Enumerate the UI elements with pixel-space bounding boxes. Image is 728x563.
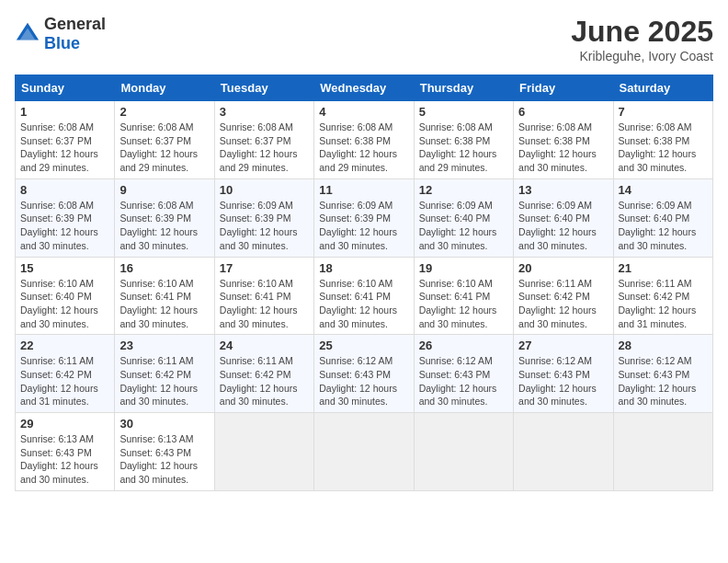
table-row: 16 Sunrise: 6:10 AM Sunset: 6:41 PM Dayl…	[115, 257, 214, 335]
day-info: Sunrise: 6:09 AM Sunset: 6:39 PM Dayligh…	[220, 199, 309, 253]
day-info: Sunrise: 6:08 AM Sunset: 6:37 PM Dayligh…	[119, 121, 209, 175]
day-number: 4	[319, 105, 408, 119]
day-info: Sunrise: 6:08 AM Sunset: 6:38 PM Dayligh…	[518, 121, 608, 175]
day-info: Sunrise: 6:10 AM Sunset: 6:41 PM Dayligh…	[319, 277, 408, 331]
col-header-monday: Monday	[115, 75, 214, 101]
col-header-saturday: Saturday	[613, 75, 712, 101]
day-number: 26	[419, 339, 508, 352]
title-block: June 2025 Kribleguhe, Ivory Coast	[571, 15, 713, 63]
day-info: Sunrise: 6:12 AM Sunset: 6:43 PM Dayligh…	[518, 354, 608, 408]
day-number: 21	[619, 261, 708, 275]
table-row: 15 Sunrise: 6:10 AM Sunset: 6:40 PM Dayl…	[16, 257, 115, 335]
day-info: Sunrise: 6:13 AM Sunset: 6:43 PM Dayligh…	[20, 432, 109, 487]
col-header-wednesday: Wednesday	[314, 75, 414, 101]
table-row: 30 Sunrise: 6:13 AM Sunset: 6:43 PM Dayl…	[115, 413, 214, 491]
day-info: Sunrise: 6:09 AM Sunset: 6:39 PM Dayligh…	[319, 199, 408, 253]
day-info: Sunrise: 6:08 AM Sunset: 6:38 PM Dayligh…	[619, 121, 708, 175]
table-row: 23 Sunrise: 6:11 AM Sunset: 6:42 PM Dayl…	[115, 335, 214, 413]
calendar-title: June 2025	[571, 15, 713, 49]
day-number: 27	[518, 339, 608, 352]
table-row: 26 Sunrise: 6:12 AM Sunset: 6:43 PM Dayl…	[414, 335, 513, 413]
day-number: 5	[419, 105, 508, 119]
day-info: Sunrise: 6:12 AM Sunset: 6:43 PM Dayligh…	[619, 354, 708, 408]
day-info: Sunrise: 6:08 AM Sunset: 6:39 PM Dayligh…	[119, 199, 209, 253]
table-row: 4 Sunrise: 6:08 AM Sunset: 6:38 PM Dayli…	[314, 101, 414, 179]
table-row: 6 Sunrise: 6:08 AM Sunset: 6:38 PM Dayli…	[514, 101, 613, 179]
day-number: 2	[119, 105, 209, 119]
col-header-sunday: Sunday	[16, 75, 115, 101]
page-header: General Blue June 2025 Kribleguhe, Ivory…	[15, 15, 713, 63]
day-number: 12	[419, 183, 508, 197]
day-info: Sunrise: 6:10 AM Sunset: 6:40 PM Dayligh…	[20, 277, 109, 331]
table-row: 24 Sunrise: 6:11 AM Sunset: 6:42 PM Dayl…	[214, 335, 313, 413]
table-row: 17 Sunrise: 6:10 AM Sunset: 6:41 PM Dayl…	[214, 257, 313, 335]
logo-icon	[15, 21, 40, 47]
day-info: Sunrise: 6:10 AM Sunset: 6:41 PM Dayligh…	[220, 277, 309, 331]
col-header-thursday: Thursday	[414, 75, 513, 101]
day-info: Sunrise: 6:10 AM Sunset: 6:41 PM Dayligh…	[419, 277, 508, 331]
day-info: Sunrise: 6:09 AM Sunset: 6:40 PM Dayligh…	[518, 199, 608, 253]
table-row: 11 Sunrise: 6:09 AM Sunset: 6:39 PM Dayl…	[314, 178, 414, 257]
table-row: 10 Sunrise: 6:09 AM Sunset: 6:39 PM Dayl…	[214, 178, 313, 257]
calendar-week-row: 29 Sunrise: 6:13 AM Sunset: 6:43 PM Dayl…	[16, 413, 713, 491]
table-row: 28 Sunrise: 6:12 AM Sunset: 6:43 PM Dayl…	[613, 335, 712, 413]
day-number: 18	[319, 261, 408, 275]
col-header-friday: Friday	[514, 75, 613, 101]
day-number: 7	[619, 105, 708, 119]
table-row	[414, 413, 513, 491]
calendar-week-row: 22 Sunrise: 6:11 AM Sunset: 6:42 PM Dayl…	[16, 335, 713, 413]
logo-general-text: General	[44, 15, 106, 33]
table-row: 19 Sunrise: 6:10 AM Sunset: 6:41 PM Dayl…	[414, 257, 513, 335]
day-info: Sunrise: 6:11 AM Sunset: 6:42 PM Dayligh…	[220, 354, 309, 408]
table-row	[613, 413, 712, 491]
logo: General Blue	[15, 15, 106, 53]
day-info: Sunrise: 6:08 AM Sunset: 6:38 PM Dayligh…	[319, 121, 408, 175]
day-info: Sunrise: 6:10 AM Sunset: 6:41 PM Dayligh…	[119, 277, 209, 331]
day-info: Sunrise: 6:09 AM Sunset: 6:40 PM Dayligh…	[619, 199, 708, 253]
day-number: 23	[119, 339, 209, 352]
calendar-week-row: 1 Sunrise: 6:08 AM Sunset: 6:37 PM Dayli…	[16, 101, 713, 179]
calendar-week-row: 8 Sunrise: 6:08 AM Sunset: 6:39 PM Dayli…	[16, 178, 713, 257]
table-row: 27 Sunrise: 6:12 AM Sunset: 6:43 PM Dayl…	[514, 335, 613, 413]
day-info: Sunrise: 6:12 AM Sunset: 6:43 PM Dayligh…	[419, 354, 508, 408]
day-number: 29	[20, 417, 109, 431]
calendar-week-row: 15 Sunrise: 6:10 AM Sunset: 6:40 PM Dayl…	[16, 257, 713, 335]
day-number: 22	[20, 339, 109, 352]
day-number: 25	[319, 339, 408, 352]
day-number: 20	[518, 261, 608, 275]
day-number: 17	[220, 261, 309, 275]
table-row: 9 Sunrise: 6:08 AM Sunset: 6:39 PM Dayli…	[115, 178, 214, 257]
day-info: Sunrise: 6:08 AM Sunset: 6:38 PM Dayligh…	[419, 121, 508, 175]
table-row: 14 Sunrise: 6:09 AM Sunset: 6:40 PM Dayl…	[613, 178, 712, 257]
day-number: 6	[518, 105, 608, 119]
day-info: Sunrise: 6:08 AM Sunset: 6:39 PM Dayligh…	[20, 199, 109, 253]
calendar-header-row: Sunday Monday Tuesday Wednesday Thursday…	[16, 75, 713, 101]
day-number: 13	[518, 183, 608, 197]
table-row: 5 Sunrise: 6:08 AM Sunset: 6:38 PM Dayli…	[414, 101, 513, 179]
logo-blue-text: Blue	[44, 34, 80, 52]
table-row	[514, 413, 613, 491]
table-row	[314, 413, 414, 491]
table-row: 1 Sunrise: 6:08 AM Sunset: 6:37 PM Dayli…	[16, 101, 115, 179]
table-row: 7 Sunrise: 6:08 AM Sunset: 6:38 PM Dayli…	[613, 101, 712, 179]
table-row: 3 Sunrise: 6:08 AM Sunset: 6:37 PM Dayli…	[214, 101, 313, 179]
day-number: 14	[619, 183, 708, 197]
day-info: Sunrise: 6:11 AM Sunset: 6:42 PM Dayligh…	[518, 277, 608, 331]
day-info: Sunrise: 6:11 AM Sunset: 6:42 PM Dayligh…	[20, 354, 109, 408]
day-info: Sunrise: 6:08 AM Sunset: 6:37 PM Dayligh…	[220, 121, 309, 175]
day-info: Sunrise: 6:11 AM Sunset: 6:42 PM Dayligh…	[119, 354, 209, 408]
day-number: 28	[619, 339, 708, 352]
day-info: Sunrise: 6:08 AM Sunset: 6:37 PM Dayligh…	[20, 121, 109, 175]
day-number: 15	[20, 261, 109, 275]
calendar-table: Sunday Monday Tuesday Wednesday Thursday…	[15, 75, 713, 491]
col-header-tuesday: Tuesday	[214, 75, 313, 101]
day-number: 11	[319, 183, 408, 197]
table-row: 20 Sunrise: 6:11 AM Sunset: 6:42 PM Dayl…	[514, 257, 613, 335]
table-row: 13 Sunrise: 6:09 AM Sunset: 6:40 PM Dayl…	[514, 178, 613, 257]
table-row: 8 Sunrise: 6:08 AM Sunset: 6:39 PM Dayli…	[16, 178, 115, 257]
day-number: 19	[419, 261, 508, 275]
day-number: 3	[220, 105, 309, 119]
table-row: 21 Sunrise: 6:11 AM Sunset: 6:42 PM Dayl…	[613, 257, 712, 335]
day-number: 24	[220, 339, 309, 352]
day-number: 10	[220, 183, 309, 197]
